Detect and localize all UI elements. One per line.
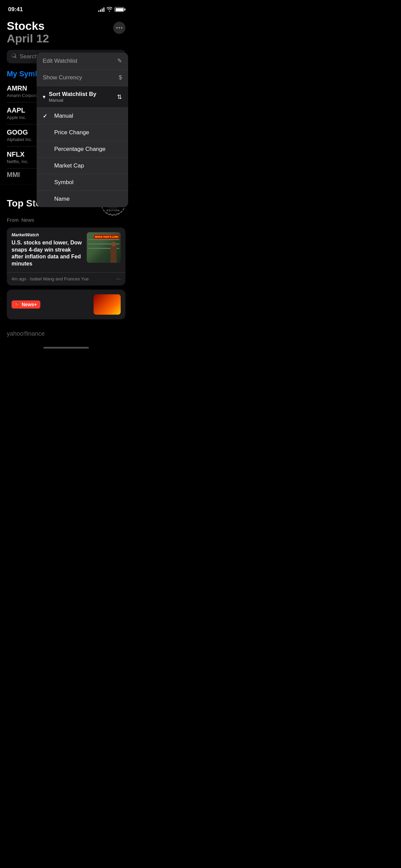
- more-dots-icon: [116, 27, 122, 28]
- sort-option-label: Market Cap: [54, 162, 84, 169]
- search-icon: [12, 53, 17, 60]
- apple-news-label: News: [21, 217, 34, 223]
- home-bar: [43, 347, 89, 349]
- yahoo-finance-logo: yahoo!finance: [7, 330, 45, 337]
- edit-watchlist-label: Edit Watchlist: [43, 58, 77, 64]
- sort-arrows-icon: ⇅: [117, 93, 122, 101]
- more-button[interactable]: [113, 22, 125, 34]
- stock-ticker: NFLX: [7, 151, 28, 158]
- show-currency-label: Show Currency: [43, 74, 82, 81]
- edit-watchlist-item[interactable]: Edit Watchlist ✎: [37, 53, 128, 70]
- news-headline: U.S. stocks end lower, Dow snaps 4-day w…: [12, 239, 83, 268]
- store-sign: WHOA THAT'S LOW!: [94, 235, 119, 239]
- wifi-icon: [106, 7, 113, 13]
- sort-option-symbol[interactable]: Symbol: [37, 174, 128, 191]
- sort-option-label: Symbol: [54, 179, 74, 186]
- signal-icon: [98, 7, 104, 12]
- stock-name: Netflix, Inc.: [7, 159, 28, 164]
- sort-watchlist-header[interactable]: ▾ Sort Watchlist By Manual ⇅: [37, 86, 128, 108]
- currency-icon: $: [119, 74, 122, 81]
- sort-option-name[interactable]: Name: [37, 191, 128, 207]
- edit-icon: ✎: [117, 57, 122, 64]
- news-more-button[interactable]: ···: [116, 276, 121, 282]
- sort-current-value: Manual: [49, 98, 96, 103]
- newsplus-card[interactable]: 🍎 News+: [7, 290, 125, 319]
- news-footer: 4m ago · Isabel Wang and Frances Yue ···: [7, 272, 125, 285]
- news-meta: 4m ago · Isabel Wang and Frances Yue: [12, 276, 89, 281]
- yahoo-finance-section: yahoo!finance: [0, 327, 132, 344]
- sort-watchlist-title: Sort Watchlist By: [49, 91, 96, 98]
- sort-option-manual[interactable]: ✓ Manual: [37, 108, 128, 124]
- sort-option-label: Percentage Change: [54, 146, 105, 153]
- sort-option-label: Price Change: [54, 129, 89, 136]
- news-source: MarketWatch: [12, 232, 83, 237]
- from-apple-news: From News: [7, 217, 125, 223]
- status-time: 09:41: [8, 6, 23, 13]
- sort-check-icon: ✓: [43, 113, 49, 119]
- sort-chevron-icon: ▾: [43, 94, 45, 100]
- stock-name: Alphabet Inc.: [7, 137, 33, 142]
- newsplus-badge: 🍎 News+: [12, 300, 40, 309]
- home-indicator: [0, 344, 132, 354]
- status-icons: [98, 7, 124, 13]
- app-title: Stocks: [7, 20, 49, 32]
- status-bar: 09:41: [0, 0, 132, 17]
- battery-icon: [115, 7, 124, 12]
- stock-ticker: GOOG: [7, 129, 33, 136]
- sort-option-price-change[interactable]: Price Change: [37, 124, 128, 141]
- stock-name: Apple Inc.: [7, 115, 26, 120]
- newsplus-label: News+: [22, 302, 37, 307]
- sort-option-label: Name: [54, 196, 69, 202]
- sort-option-market-cap[interactable]: Market Cap: [37, 158, 128, 174]
- context-menu: Edit Watchlist ✎ Show Currency $ ▾ Sort …: [37, 53, 128, 207]
- sort-option-percentage-change[interactable]: Percentage Change: [37, 141, 128, 158]
- newsplus-thumbnail: [94, 294, 121, 315]
- from-label: From: [7, 217, 19, 223]
- news-thumbnail: WHOA THAT'S LOW!: [87, 232, 121, 263]
- stock-ticker: AAPL: [7, 106, 26, 114]
- header: Stocks April 12: [0, 17, 132, 45]
- header-date: April 12: [7, 32, 49, 45]
- show-currency-item[interactable]: Show Currency $: [37, 70, 128, 86]
- stock-ticker-partial: MMI: [7, 171, 20, 179]
- search-placeholder: Search: [20, 53, 38, 60]
- sort-option-label: Manual: [54, 113, 73, 119]
- news-card-marketwatch[interactable]: MarketWatch U.S. stocks end lower, Dow s…: [7, 228, 125, 285]
